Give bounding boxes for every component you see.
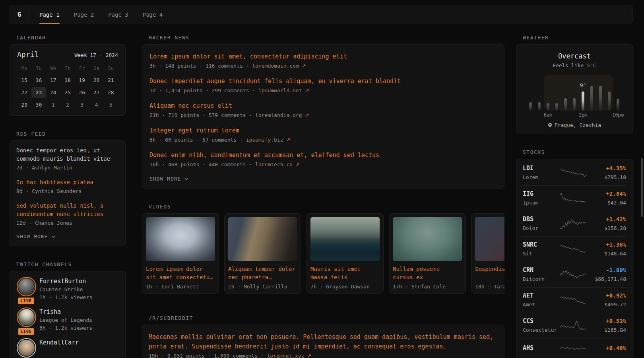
calendar-day[interactable]: 2	[60, 99, 75, 111]
calendar-day[interactable]: 22	[17, 87, 31, 98]
stock-change-percent: -1.00%	[587, 267, 626, 274]
stock-row[interactable]: CCS Consectetur +0.51% $165.84	[516, 313, 632, 338]
stock-row[interactable]: SNRC Sit +1.36% $148.64	[516, 236, 632, 262]
rss-item-meta: 12d · Chance Jones	[16, 219, 119, 227]
video-title[interactable]: Mauris sit amet massa felis	[310, 265, 380, 282]
channel-name[interactable]: KendallCarr	[39, 339, 79, 347]
rss-item-title[interactable]: In hac habitasse platea	[16, 178, 119, 187]
stock-company: Consectetur	[523, 327, 559, 333]
channel-viewers: 1h · 1.7k viewers	[39, 294, 92, 302]
channel-viewers: 3h · 1.2k viewers	[39, 324, 92, 332]
calendar-day[interactable]: 17	[46, 74, 60, 86]
weather-location-row: Prague, Czechia	[523, 122, 626, 128]
twitch-channel-row[interactable]: LIVE ForrestBurton Counter-Strike 1h · 1…	[17, 277, 118, 302]
rss-show-more-button[interactable]: SHOW MORE	[16, 233, 56, 239]
video-thumbnail[interactable]	[228, 217, 297, 261]
stock-ticker: CCS	[523, 317, 559, 325]
nav-page-tab[interactable]: Page 3	[108, 5, 128, 24]
stock-values: +0.46%	[587, 344, 626, 354]
hn-item-title[interactable]: Donec imperdiet augue tincidunt felis al…	[149, 77, 497, 86]
hn-item-domain[interactable]: loremtech.co	[255, 161, 293, 167]
video-thumbnail[interactable]	[475, 217, 504, 261]
calendar-day[interactable]: 23	[31, 87, 46, 98]
nav-tab-label: Page 2	[74, 12, 94, 18]
calendar-day[interactable]: 1	[46, 99, 60, 111]
middle-column: HACKER NEWS Lorem ipsum dolor sit amet, …	[142, 35, 504, 358]
app-logo[interactable]: G	[10, 5, 29, 24]
hn-item-title[interactable]: Lorem ipsum dolor sit amet, consectetur …	[149, 53, 497, 61]
hn-item: Lorem ipsum dolor sit amet, consectetur …	[149, 53, 497, 70]
rss-item-title[interactable]: Sed volutpat nulla nisl, a condimentum n…	[16, 202, 119, 218]
video-title[interactable]: Aliquam tempor dolor nec pharetra…	[228, 265, 297, 282]
stock-row[interactable]: DBS Dolor +1.42% $156.28	[516, 211, 632, 236]
nav-page-tab[interactable]: Page 2	[74, 5, 94, 24]
calendar-day[interactable]: 3	[75, 99, 89, 111]
video-title[interactable]: Lorem ipsum dolor sit amet consectetu…	[146, 265, 215, 282]
calendar-day[interactable]: 26	[75, 87, 89, 98]
video-thumbnail[interactable]	[393, 217, 462, 261]
twitch-channel-row[interactable]: KendallCarr	[17, 339, 118, 357]
hn-item-domain[interactable]: ipsumify.biz	[246, 137, 283, 143]
calendar-day[interactable]: 4	[89, 99, 103, 111]
hn-item: Integer eget rutrum lorem 6h · 60 points…	[149, 126, 497, 144]
nav-tab-label: Page 3	[108, 12, 128, 18]
weather-bar	[617, 99, 619, 111]
video-thumbnail[interactable]	[310, 217, 380, 261]
calendar-week-label: Week 17 · 2024	[74, 52, 118, 58]
hackernews-widget: HACKER NEWS Lorem ipsum dolor sit amet, …	[142, 35, 504, 189]
hn-item-title[interactable]: Donec enim nibh, condimentum et accumsan…	[149, 151, 497, 160]
stock-row[interactable]: LDI Lorem +4.35% $795.18	[516, 160, 632, 185]
video-card[interactable]: Mauris sit amet massa felis 7h · Grayson…	[306, 213, 384, 294]
video-card[interactable]: Suspendisse diam 18h · Tara	[471, 213, 504, 294]
stock-price: $795.18	[587, 174, 626, 181]
dashboard-columns: CALENDAR April Week 17 · 2024 Mo Tu We T…	[10, 35, 633, 358]
channel-name[interactable]: Trisha	[39, 308, 92, 316]
calendar-day[interactable]: 16	[31, 74, 46, 86]
calendar-day[interactable]: 29	[17, 99, 31, 111]
calendar-day[interactable]: 30	[31, 99, 46, 111]
hn-item-meta: 16h · 468 points · 440 comments · loremt…	[149, 161, 497, 169]
hn-item-domain[interactable]: ipsumworld.net	[258, 88, 302, 93]
calendar-day[interactable]: 25	[60, 87, 75, 98]
hour-label: 6am	[544, 112, 553, 118]
video-card[interactable]: Nullam posuere cursus ex 17h · Stefan Co…	[389, 213, 466, 294]
twitch-channel-row[interactable]: LIVE Trisha League of Legends 3h · 1.2k …	[17, 308, 118, 332]
hn-item-domain[interactable]: loremdomain.com	[252, 63, 299, 69]
stocks-widget: STOCKS LDI Lorem +4.35% $795.18 IIG Ipsu…	[516, 149, 633, 358]
calendar-day[interactable]: 5	[104, 99, 118, 111]
video-card[interactable]: Lorem ipsum dolor sit amet consectetu… 1…	[142, 213, 219, 294]
post-title[interactable]: Maecenas mollis pulvinar erat non posuer…	[149, 332, 498, 351]
weather-feels-like: Feels like 5°C	[523, 62, 626, 68]
stock-company: Ipsum	[523, 199, 559, 206]
nav-page-tab[interactable]: Page 4	[143, 5, 163, 24]
stock-row[interactable]: CRN Bitcorn -1.00% $66,171.48	[516, 262, 632, 287]
nav-page-tab[interactable]: Page 1	[39, 5, 60, 24]
subreddit-post: Maecenas mollis pulvinar erat non posuer…	[149, 332, 498, 358]
hn-item: Donec enim nibh, condimentum et accumsan…	[149, 151, 497, 169]
hn-item-title[interactable]: Aliquam nec cursus elit	[149, 102, 497, 110]
rss-item-title[interactable]: Donec tempor eros leo, ut commodo mauris…	[16, 146, 119, 163]
calendar-widget: CALENDAR April Week 17 · 2024 Mo Tu We T…	[10, 35, 126, 116]
hn-item-domain[interactable]: loremlandia.org	[255, 112, 302, 118]
stock-row[interactable]: IIG Ipsum +2.84% $42.04	[516, 185, 632, 211]
post-stats: 19h · 9,932 points · 1,090 comments ·	[149, 353, 267, 358]
video-thumbnail[interactable]	[146, 217, 215, 261]
video-title[interactable]: Nullam posuere cursus ex	[393, 265, 462, 282]
scrollbar[interactable]	[641, 158, 643, 217]
channel-name[interactable]: ForrestBurton	[39, 277, 92, 286]
calendar-day[interactable]: 28	[104, 87, 118, 98]
video-card[interactable]: Aliquam tempor dolor nec pharetra… 1h · …	[224, 213, 301, 294]
video-title[interactable]: Suspendisse diam	[475, 265, 504, 282]
calendar-day[interactable]: 18	[60, 74, 75, 86]
hackernews-show-more-button[interactable]: SHOW MORE	[149, 176, 189, 182]
hn-item-title[interactable]: Integer eget rutrum lorem	[149, 126, 497, 135]
calendar-day[interactable]: 20	[89, 74, 103, 86]
calendar-day[interactable]: 27	[89, 87, 103, 98]
stock-row[interactable]: AET Amet +0.92% $499.72	[516, 287, 632, 313]
calendar-day[interactable]: 24	[46, 87, 60, 98]
calendar-day[interactable]: 21	[104, 74, 118, 86]
stock-row[interactable]: AHS +0.46%	[516, 338, 632, 358]
post-domain[interactable]: loremnet.xyz	[267, 353, 304, 358]
calendar-day[interactable]: 15	[17, 74, 31, 86]
calendar-day[interactable]: 19	[75, 74, 89, 86]
